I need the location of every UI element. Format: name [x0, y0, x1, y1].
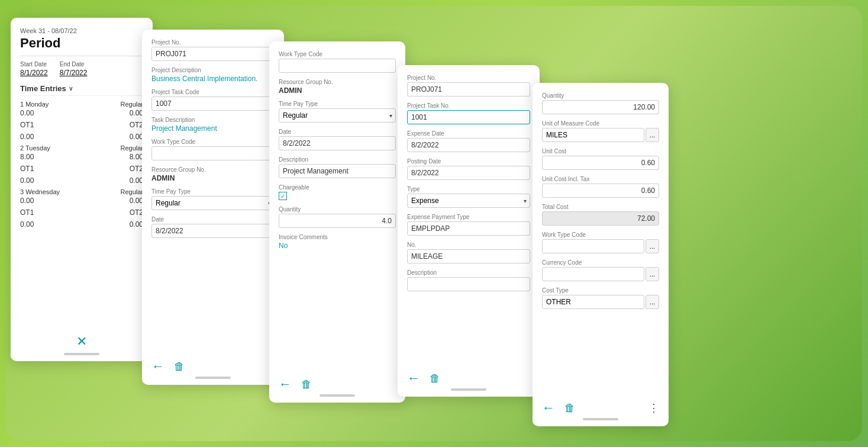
- cost-uom-dots-button[interactable]: ...: [646, 128, 659, 142]
- exp-task-no-input[interactable]: [407, 110, 530, 124]
- wt-description-input[interactable]: [279, 164, 396, 178]
- wt-time-pay-select[interactable]: Regular: [279, 108, 396, 123]
- end-date-col: End Date 8/7/2022: [60, 61, 88, 77]
- close-button[interactable]: ✕: [76, 334, 87, 349]
- exp-payment-input[interactable]: [407, 221, 530, 236]
- more-button-p5[interactable]: ⋮: [648, 401, 659, 414]
- date-label: Date: [151, 216, 275, 223]
- task-desc-label: Task Description: [151, 117, 275, 123]
- time-pay-type-group: Time Pay Type Regular: [151, 188, 275, 210]
- day2-row: 2 Tuesday Regular: [20, 144, 143, 152]
- exp-type-wrapper: Expense: [407, 194, 530, 208]
- wt-work-type-input[interactable]: [279, 59, 396, 73]
- wt-resource-value: ADMIN: [279, 86, 396, 95]
- day2-ot-row: OT1 OT2: [20, 165, 143, 173]
- cost-unit-cost-input[interactable]: [542, 156, 659, 170]
- wt-quantity-input[interactable]: [279, 214, 396, 228]
- cost-currency-input[interactable]: [542, 267, 644, 281]
- exp-task-no-label: Project Task No.: [407, 102, 530, 109]
- cost-cost-type-input[interactable]: [542, 295, 644, 309]
- exp-no-input[interactable]: [407, 249, 530, 263]
- exp-payment-group: Expense Payment Type: [407, 214, 530, 236]
- work-type-input[interactable]: [151, 146, 275, 160]
- proj-desc-value: Business Central Implementation.: [151, 75, 275, 83]
- back-button-p4[interactable]: ←: [407, 371, 420, 386]
- wt-time-pay-wrapper: Regular: [279, 108, 396, 123]
- day2-regular-val2: 8.00: [130, 153, 143, 161]
- date-input[interactable]: [151, 224, 275, 238]
- back-button-p3[interactable]: ←: [279, 377, 292, 392]
- cost-uom-input[interactable]: [542, 128, 644, 142]
- chargeable-checkbox-row: [279, 192, 396, 200]
- cost-cost-type-group: Cost Type ...: [542, 287, 659, 309]
- cost-qty-input[interactable]: [542, 100, 659, 114]
- exp-desc-input[interactable]: [407, 277, 530, 291]
- cost-cost-type-row: ...: [542, 295, 659, 309]
- cost-total-input[interactable]: [542, 211, 659, 226]
- time-pay-type-select[interactable]: Regular: [151, 196, 275, 210]
- wt-quantity-label: Quantity: [279, 206, 396, 213]
- day3-ot1-val: 0.00: [20, 220, 34, 229]
- cost-cost-type-dots-button[interactable]: ...: [646, 295, 659, 309]
- day1-ot1-label: OT1: [20, 121, 34, 129]
- delete-button[interactable]: 🗑: [174, 361, 185, 373]
- cost-work-type-dots-button[interactable]: ...: [646, 239, 659, 253]
- time-pay-type-wrapper: Regular: [151, 196, 275, 210]
- exp-type-select[interactable]: Expense: [407, 194, 530, 208]
- task-code-group: Project Task Code: [151, 89, 275, 111]
- time-entries-header[interactable]: Time Entries ∨: [20, 84, 143, 96]
- cost-cost-type-label: Cost Type: [542, 287, 659, 294]
- resource-group-value: ADMIN: [151, 174, 275, 182]
- chevron-down-icon: ∨: [69, 85, 73, 92]
- day3-label: 3 Wednesday: [20, 188, 60, 195]
- time-entries-label: Time Entries: [20, 84, 66, 93]
- day3-ot2-val: 0.00: [130, 220, 143, 229]
- wt-quantity-group: Quantity: [279, 206, 396, 228]
- day1-regular-val2: 0.00: [130, 109, 143, 117]
- day2-ot-values: 0.00 0.00: [20, 176, 143, 185]
- cost-unit-cost-tax-input[interactable]: [542, 184, 659, 198]
- day1-type: Regular: [120, 101, 143, 108]
- wt-date-input[interactable]: [279, 136, 396, 150]
- exp-desc-group: Description: [407, 269, 530, 291]
- start-date-label: Start Date: [20, 61, 48, 67]
- project-panel: Project No. Project Description Business…: [142, 30, 284, 385]
- proj-no-label: Project No.: [151, 39, 275, 46]
- delete-button-p5[interactable]: 🗑: [564, 402, 575, 414]
- back-button[interactable]: ←: [151, 359, 164, 374]
- delete-button-p3[interactable]: 🗑: [301, 378, 312, 391]
- wt-work-type-group: Work Type Code: [279, 51, 396, 73]
- work-type-group: Work Type Code: [151, 139, 275, 160]
- period-panel: Week 31 - 08/07/22 Period Start Date 8/1…: [11, 18, 153, 361]
- panel4-actions: ← 🗑: [407, 371, 530, 386]
- exp-task-no-group: Project Task No.: [407, 102, 530, 124]
- proj-no-input[interactable]: [151, 47, 275, 61]
- delete-button-p4[interactable]: 🗑: [430, 372, 440, 385]
- cost-currency-label: Currency Code: [542, 259, 659, 266]
- exp-proj-no-input[interactable]: [407, 82, 530, 97]
- day1-ot-row: OT1 OT2: [20, 121, 143, 129]
- day1-row: 1 Monday Regular: [20, 101, 143, 108]
- task-desc-group: Task Description Project Management: [151, 117, 275, 133]
- wt-work-type-label: Work Type Code: [279, 51, 396, 57]
- task-desc-value: Project Management: [151, 124, 275, 133]
- wt-time-pay-label: Time Pay Type: [279, 101, 396, 107]
- wt-date-group: Date: [279, 128, 396, 150]
- task-code-input[interactable]: [151, 97, 275, 111]
- cost-work-type-input[interactable]: [542, 239, 644, 253]
- exp-type-group: Type Expense: [407, 186, 530, 208]
- cost-work-type-group: Work Type Code ...: [542, 231, 659, 253]
- chargeable-checkbox[interactable]: [279, 192, 287, 200]
- day3-ot1-label: OT1: [20, 208, 34, 217]
- start-date-value: 8/1/2022: [20, 69, 48, 77]
- exp-posting-label: Posting Date: [407, 158, 530, 165]
- back-button-p5[interactable]: ←: [542, 400, 555, 416]
- end-date-value: 8/7/2022: [60, 69, 88, 77]
- day3-ot-row: OT1 OT2: [20, 208, 143, 217]
- cost-currency-dots-button[interactable]: ...: [646, 267, 659, 281]
- exp-date-input[interactable]: [407, 138, 530, 152]
- bottom-bar: [320, 394, 355, 397]
- exp-posting-input[interactable]: [407, 166, 530, 180]
- wt-chargeable-label: Chargeable: [279, 184, 396, 191]
- week-label: Week 31 - 08/07/22: [20, 27, 143, 34]
